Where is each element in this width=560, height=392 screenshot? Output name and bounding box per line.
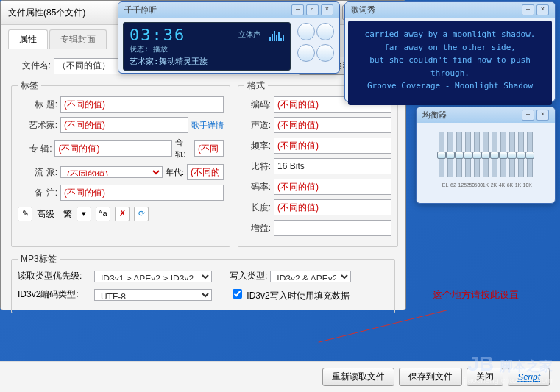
channel-input — [274, 117, 391, 133]
minimize-button[interactable]: – — [291, 4, 304, 15]
mode-button[interactable]: ▫ — [306, 4, 319, 15]
length-input — [274, 199, 391, 215]
convert-icon[interactable]: ᴬa — [96, 207, 110, 221]
eq-sliders — [439, 129, 533, 180]
title-input[interactable] — [60, 96, 224, 113]
padding-checkbox[interactable] — [233, 289, 242, 299]
next-button[interactable] — [316, 44, 334, 62]
eq-labels: EL621252505001K2K4K6K1K10K — [442, 182, 530, 188]
tab-album-art[interactable]: 专辑封面 — [49, 29, 107, 49]
eq-slider[interactable] — [474, 132, 480, 177]
player-controls — [297, 22, 335, 71]
eq-slider[interactable] — [439, 132, 444, 177]
lyrics-titlebar[interactable]: 歌词秀 –× — [345, 2, 555, 18]
eq-slider[interactable] — [465, 132, 471, 177]
eq-slider[interactable] — [447, 132, 453, 177]
genre-select[interactable]: (不同的值) — [60, 166, 163, 178]
read-priority-select[interactable]: ID3v1 > APEv2 > ID3v2 — [94, 271, 212, 282]
gain-input — [274, 220, 391, 236]
freq-input — [274, 138, 391, 154]
rate-input — [274, 179, 391, 195]
player-window: 千千静听 – ▫ × 03:36 立体声 状态:播放 艺术家:舞动精灵王族 — [118, 1, 340, 74]
tab-properties[interactable]: 属性 — [8, 29, 48, 49]
reread-button[interactable]: 重新读取文件 — [322, 368, 394, 386]
watermark: JB 脚本之家 jiaocheng.chazidian.com — [464, 352, 553, 385]
format-legend: 格式 — [244, 79, 268, 92]
player-display: 03:36 立体声 状态:播放 艺术家:舞动精灵王族 — [123, 22, 291, 71]
album-input[interactable] — [54, 140, 172, 157]
minimize-button[interactable]: – — [522, 4, 534, 15]
refresh-icon[interactable]: ⟳ — [134, 207, 149, 221]
eq-titlebar[interactable]: 均衡器 –× — [417, 107, 555, 123]
annotation-text: 这个地方请按此设置 — [433, 288, 519, 302]
filename-label: 文件名: — [11, 60, 51, 72]
close-button[interactable]: × — [321, 4, 333, 15]
eq-slider[interactable] — [509, 132, 515, 177]
singer-detail-link[interactable]: 歌手详情 — [191, 120, 224, 131]
delete-icon[interactable]: ✗ — [115, 207, 130, 221]
player-title: 千千静听 — [124, 4, 157, 15]
save-button[interactable]: 保存到文件 — [399, 368, 462, 386]
close-button[interactable]: × — [536, 4, 549, 15]
eq-slider[interactable] — [527, 132, 533, 177]
lyrics-display: carried away by a moonlight shadow. far … — [348, 21, 552, 105]
player-titlebar[interactable]: 千千静听 – ▫ × — [118, 2, 339, 18]
eq-slider[interactable] — [500, 132, 506, 177]
equalizer-window: 均衡器 –× EL621252505001K2K4K6K1K10K — [416, 107, 556, 204]
edit-icon[interactable]: ✎ — [18, 207, 32, 221]
eq-slider[interactable] — [492, 132, 497, 177]
prev-button[interactable] — [297, 44, 315, 62]
bits-input — [274, 158, 391, 174]
eq-slider[interactable] — [518, 132, 524, 177]
minimize-button[interactable]: – — [522, 110, 534, 121]
close-button[interactable]: × — [536, 110, 549, 121]
encoding-select[interactable]: UTF-8 — [94, 289, 212, 301]
play-button[interactable] — [297, 23, 315, 40]
visualizer-icon — [269, 29, 284, 41]
stop-button[interactable] — [316, 23, 334, 40]
eq-slider[interactable] — [456, 132, 462, 177]
lyrics-window: 歌词秀 –× carried away by a moonlight shado… — [344, 1, 556, 102]
time-display: 03:36 — [130, 26, 185, 44]
mp3tag-legend: MP3标签 — [18, 253, 60, 266]
track-input[interactable] — [194, 140, 224, 157]
year-input[interactable] — [187, 164, 224, 180]
dropdown-icon[interactable]: ▾ — [77, 207, 91, 221]
dialog-title: 文件属性(85个文件) — [8, 7, 85, 19]
tag-legend: 标签 — [18, 79, 41, 92]
padding-checkbox-label[interactable]: ID3v2写入时使用填充数据 — [230, 287, 350, 302]
eq-slider[interactable] — [483, 132, 489, 177]
comment-input[interactable] — [60, 185, 224, 201]
write-type-select[interactable]: ID3v2 & APEv2 — [270, 271, 351, 282]
artist-input[interactable] — [60, 117, 188, 133]
